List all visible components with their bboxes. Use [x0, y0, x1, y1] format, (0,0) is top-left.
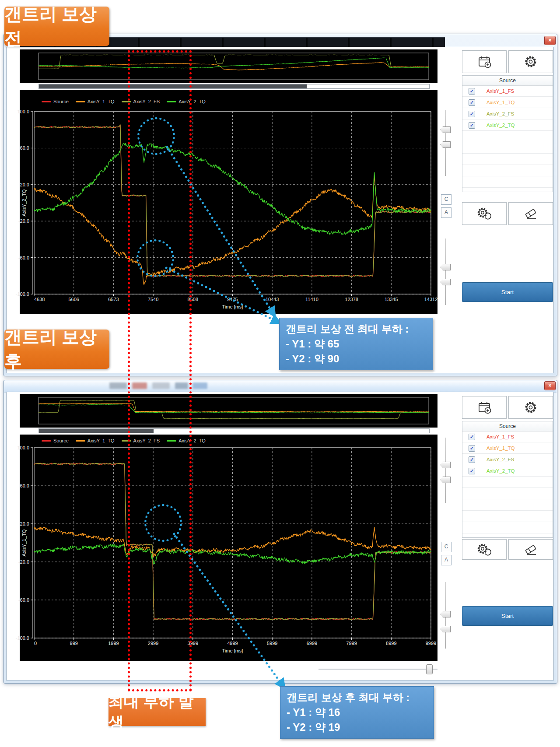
legend-swatch — [122, 101, 131, 102]
x-axis-label: Time [ms] — [222, 648, 243, 653]
chart-legend: SourceAxisY_1_TQAxisY_2_FSAxisY_2_TQ — [42, 438, 206, 443]
legend-swatch — [122, 440, 131, 442]
source-checkbox[interactable]: ✓ — [469, 99, 475, 106]
x-axis: 4638560665737540850894751044311410123781… — [34, 294, 438, 302]
x-tick-label: 10443 — [266, 297, 279, 302]
y-tick-label: -100.0 — [16, 635, 29, 641]
callout-before-max-load: 갠트리 보상 전 최대 부하 : - Y1 : 약 65 - Y2 : 약 90 — [279, 318, 433, 370]
auto-tune-button[interactable] — [462, 202, 507, 225]
gear-icon — [523, 400, 538, 415]
legend-item: AxisY_2_TQ — [167, 99, 206, 104]
h-scroll-thumb[interactable] — [426, 664, 433, 674]
source-checkbox[interactable]: ✓ — [469, 468, 475, 474]
eraser-icon — [523, 543, 539, 557]
source-label: AxisY_1_FS — [486, 434, 514, 439]
add-record-button[interactable] — [462, 396, 507, 419]
legend-item: AxisY_2_TQ — [167, 438, 206, 443]
label-after-compensation: 갠트리 보상 후 — [4, 330, 109, 369]
source-row[interactable]: ✓AxisY_2_FS — [462, 454, 553, 465]
source-row[interactable]: ✓AxisY_1_FS — [462, 431, 553, 442]
source-list-panel: Source ✓AxisY_1_FS✓AxisY_1_TQ✓AxisY_2_FS… — [462, 75, 553, 192]
erase-button[interactable] — [508, 539, 553, 560]
source-checkbox[interactable]: ✓ — [469, 434, 475, 440]
c-button[interactable]: C — [441, 542, 452, 552]
y-tick-label: 60.0 — [20, 145, 29, 151]
legend-item: AxisY_1_TQ — [76, 438, 115, 443]
main-chart-after: 100.060.020.0-20.0-60.0-100.009991999299… — [20, 435, 438, 661]
x-tick-label: 9475 — [227, 297, 238, 302]
legend-swatch — [42, 440, 51, 442]
erase-button[interactable] — [508, 202, 553, 225]
a-button[interactable]: A — [441, 207, 452, 218]
x-tick-label: 4999 — [227, 641, 238, 646]
auto-tune-button[interactable] — [462, 539, 507, 560]
callout-title: 갠트리 보상 후 최대 부하 : — [287, 690, 427, 705]
source-row[interactable]: ✓AxisY_1_TQ — [462, 442, 553, 454]
x-tick-label: 7540 — [148, 297, 158, 302]
source-label: AxisY_1_FS — [486, 88, 514, 94]
range-scrollbar[interactable] — [38, 84, 430, 89]
callout-line: - Y2 : 약 90 — [286, 351, 427, 366]
close-button[interactable]: × — [544, 381, 556, 390]
label-before-compensation: 갠트리 보상 전 — [4, 7, 109, 46]
source-label: AxisY_1_TQ — [486, 445, 515, 451]
source-checkbox[interactable]: ✓ — [469, 88, 475, 95]
overview-plot — [20, 49, 438, 83]
settings-button[interactable] — [508, 50, 553, 73]
h-scroll-track[interactable] — [318, 669, 438, 670]
x-tick-label: 8508 — [188, 297, 198, 302]
zoom-slider-track[interactable] — [445, 238, 446, 305]
y-tick-label: -60.0 — [18, 597, 29, 603]
source-checkbox[interactable]: ✓ — [469, 445, 475, 452]
source-row[interactable]: ✓AxisY_1_TQ — [462, 97, 553, 108]
main-chart-before: 100.060.020.0-20.0-60.0-100.046385606657… — [20, 90, 438, 314]
legend-swatch — [76, 440, 85, 442]
callout-line: - Y1 : 약 65 — [286, 337, 427, 351]
source-row[interactable]: ✓AxisY_2_FS — [462, 108, 553, 119]
source-row[interactable]: ✓AxisY_1_FS — [462, 85, 553, 97]
x-tick-label: 6573 — [108, 297, 119, 302]
x-tick-label: 13345 — [385, 297, 398, 302]
range-scrollbar-thumb[interactable] — [39, 429, 154, 433]
source-row[interactable]: ✓AxisY_2_TQ — [462, 119, 553, 131]
c-button[interactable]: C — [441, 194, 452, 205]
range-scrollbar-thumb[interactable] — [39, 84, 307, 88]
legend-label: Source — [53, 438, 69, 443]
chart-legend: SourceAxisY_1_TQAxisY_2_FSAxisY_2_TQ — [42, 99, 206, 104]
x-tick-label: 2999 — [148, 641, 158, 646]
legend-label: AxisY_2_TQ — [178, 99, 206, 104]
source-row[interactable]: ✓AxisY_2_TQ — [462, 465, 553, 477]
x-tick-label: 1999 — [108, 641, 119, 646]
x-axis-label: Time [ms] — [222, 304, 243, 309]
source-checkbox[interactable]: ✓ — [469, 122, 475, 129]
x-tick-label: 0 — [34, 641, 37, 646]
source-list-header: Source — [462, 421, 553, 431]
a-button[interactable]: A — [441, 555, 452, 565]
close-button[interactable]: × — [544, 36, 556, 45]
settings-button[interactable] — [508, 396, 553, 419]
toolbar-icon-blurred — [152, 382, 170, 389]
legend-item: Source — [42, 438, 69, 443]
toolbar-icon-blurred — [175, 382, 188, 389]
trace-AxisY_2_FS — [38, 400, 429, 419]
zoom-slider-track[interactable] — [445, 438, 446, 503]
source-checkbox[interactable]: ✓ — [469, 111, 475, 117]
legend-label: AxisY_2_FS — [133, 438, 160, 443]
main-plot: 100.060.020.0-20.0-60.0-100.009991999299… — [20, 435, 438, 661]
callout-title: 갠트리 보상 전 최대 부하 : — [286, 322, 427, 337]
start-button[interactable]: Start — [462, 282, 553, 302]
start-button[interactable]: Start — [462, 606, 553, 626]
y-tick-label: -100.0 — [16, 291, 29, 297]
range-scrollbar[interactable] — [38, 428, 430, 433]
overview-chart-after — [20, 394, 438, 428]
y-tick-label: 100.0 — [17, 445, 29, 450]
trace-AxisY_1_TQ — [34, 527, 431, 557]
trace-AxisY_1_TQ — [34, 175, 431, 285]
add-record-button[interactable] — [462, 50, 507, 73]
legend-label: AxisY_1_TQ — [88, 99, 115, 104]
label-max-load: 최대 부하 발생 — [108, 698, 206, 726]
source-list: ✓AxisY_1_FS✓AxisY_1_TQ✓AxisY_2_FS✓AxisY_… — [462, 431, 553, 537]
x-tick-label: 4638 — [34, 297, 45, 302]
calendar-plus-icon — [477, 400, 492, 415]
source-checkbox[interactable]: ✓ — [469, 456, 475, 463]
